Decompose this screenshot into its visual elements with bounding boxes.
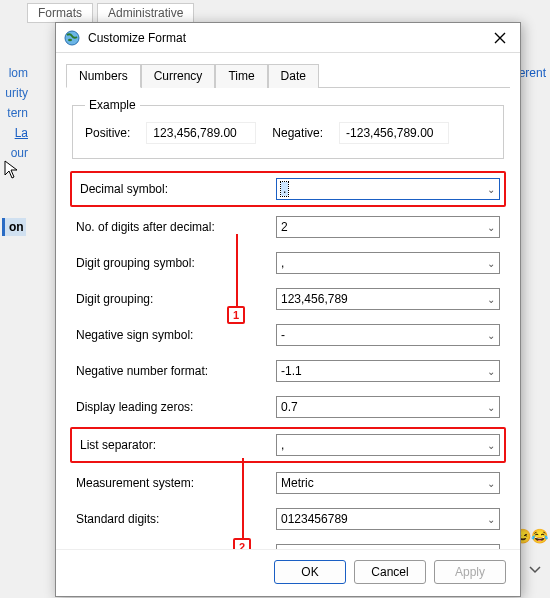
leading-zeros-combo[interactable]: 0.7⌄ xyxy=(276,396,500,418)
list-separator-label: List separator: xyxy=(76,438,276,452)
chevron-down-icon: ⌄ xyxy=(487,184,495,195)
decimal-symbol-combo[interactable]: . ⌄ xyxy=(276,178,500,200)
highlight-list-separator: List separator: ,⌄ xyxy=(70,427,506,463)
callout-line-2 xyxy=(242,458,262,538)
decimal-symbol-label: Decimal symbol: xyxy=(76,182,276,196)
grouping-combo[interactable]: 123,456,789⌄ xyxy=(276,288,500,310)
standard-digits-combo[interactable]: 0123456789⌄ xyxy=(276,508,500,530)
dialog-tabs: Numbers Currency Time Date xyxy=(66,63,510,88)
customize-format-dialog: Customize Format Numbers Currency Time D… xyxy=(55,22,521,597)
negative-sign-combo[interactable]: -⌄ xyxy=(276,324,500,346)
chevron-down-icon: ⌄ xyxy=(487,258,495,269)
globe-icon xyxy=(64,30,80,46)
tab-numbers[interactable]: Numbers xyxy=(66,64,141,88)
callout-badge-2: 2 xyxy=(233,538,251,549)
digits-after-label: No. of digits after decimal: xyxy=(76,220,276,234)
svg-point-1 xyxy=(68,38,72,41)
chevron-down-icon: ⌄ xyxy=(487,366,495,377)
list-separator-combo[interactable]: ,⌄ xyxy=(276,434,500,456)
positive-label: Positive: xyxy=(85,126,130,140)
parent-sidebar-active: on xyxy=(2,218,26,236)
negative-label: Negative: xyxy=(272,126,323,140)
parent-tab-administrative[interactable]: Administrative xyxy=(97,3,194,23)
chevron-down-icon[interactable] xyxy=(528,563,542,580)
parent-sidebar: lom urity tern La our xyxy=(0,60,30,166)
tab-date[interactable]: Date xyxy=(268,64,319,88)
negative-value: -123,456,789.00 xyxy=(339,122,449,144)
negative-format-combo[interactable]: -1.1⌄ xyxy=(276,360,500,382)
leading-zeros-label: Display leading zeros: xyxy=(76,400,276,414)
chevron-down-icon: ⌄ xyxy=(487,222,495,233)
chevron-down-icon: ⌄ xyxy=(487,478,495,489)
tab-content: Example Positive: 123,456,789.00 Negativ… xyxy=(56,88,520,549)
dialog-title: Customize Format xyxy=(88,31,488,45)
callout-line-1 xyxy=(236,234,256,306)
dialog-buttons: OK Cancel Apply xyxy=(56,549,520,596)
example-legend: Example xyxy=(85,98,140,112)
measurement-combo[interactable]: Metric⌄ xyxy=(276,472,500,494)
tab-currency[interactable]: Currency xyxy=(141,64,216,88)
chevron-down-icon: ⌄ xyxy=(487,440,495,451)
parent-tabs: Formats Administrative xyxy=(27,3,194,23)
callout-badge-1: 1 xyxy=(227,306,245,324)
positive-value: 123,456,789.00 xyxy=(146,122,256,144)
digits-after-combo[interactable]: 2⌄ xyxy=(276,216,500,238)
chevron-down-icon: ⌄ xyxy=(487,294,495,305)
titlebar: Customize Format xyxy=(56,23,520,53)
native-digits-combo[interactable]: Never⌄ xyxy=(276,544,500,549)
parent-tab-formats[interactable]: Formats xyxy=(27,3,93,23)
close-button[interactable] xyxy=(488,26,512,50)
example-group: Example Positive: 123,456,789.00 Negativ… xyxy=(72,98,504,159)
negative-format-label: Negative number format: xyxy=(76,364,276,378)
tab-time[interactable]: Time xyxy=(215,64,267,88)
ok-button[interactable]: OK xyxy=(274,560,346,584)
chevron-down-icon: ⌄ xyxy=(487,330,495,341)
chevron-down-icon: ⌄ xyxy=(487,514,495,525)
apply-button[interactable]: Apply xyxy=(434,560,506,584)
negative-sign-label: Negative sign symbol: xyxy=(76,328,276,342)
cancel-button[interactable]: Cancel xyxy=(354,560,426,584)
chevron-down-icon: ⌄ xyxy=(487,402,495,413)
highlight-decimal-symbol: Decimal symbol: . ⌄ xyxy=(70,171,506,207)
grouping-symbol-combo[interactable]: ,⌄ xyxy=(276,252,500,274)
cursor-icon xyxy=(4,160,20,185)
